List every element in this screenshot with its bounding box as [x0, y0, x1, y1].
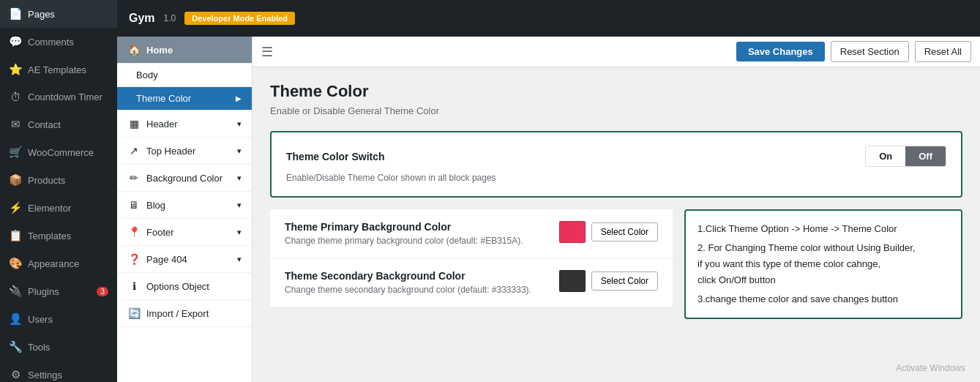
sidebar-item-label: Templates: [28, 231, 71, 241]
panel-title: Theme Color: [270, 82, 962, 101]
sec-item-blog-label: Blog: [146, 200, 231, 211]
import-export-icon: 🔄: [127, 307, 141, 319]
sub-item-body-label: Body: [136, 70, 158, 80]
plugins-badge: 3: [97, 287, 108, 296]
bg-color-chevron-icon: ▾: [237, 173, 242, 183]
secondary-select-color-button[interactable]: Select Color: [591, 271, 658, 291]
sec-item-top-header[interactable]: ↗ Top Header ▾: [117, 138, 252, 165]
sidebar-item-label: AE Templates: [28, 64, 86, 75]
menu-icon[interactable]: ☰: [261, 44, 273, 60]
blog-icon: 🖥: [127, 199, 141, 211]
panel-toolbar: ☰ Save Changes Reset Section Reset All: [253, 37, 980, 67]
plugins-icon: 🔌: [9, 285, 22, 298]
sec-item-blog[interactable]: 🖥 Blog ▾: [117, 192, 252, 219]
sidebar-item-appearance[interactable]: 🎨 Appearance: [0, 250, 117, 277]
sidebar-item-settings[interactable]: ⚙ Settings: [0, 361, 117, 382]
sidebar-item-tools[interactable]: 🔧 Tools: [0, 333, 117, 361]
dev-mode-badge: Developer Mode Enabled: [184, 12, 295, 25]
sec-item-import-export[interactable]: 🔄 Import / Export: [117, 300, 252, 327]
panel-subtitle: Enable or Disable General Theme Color: [270, 105, 962, 116]
sidebar-item-countdown-timer[interactable]: ⏱ Countdown Timer: [0, 83, 117, 111]
secondary-color-info: Theme Secondary Background Color Change …: [285, 270, 547, 295]
primary-color-desc: Change theme primary background color (d…: [285, 236, 547, 246]
sec-item-header[interactable]: ▦ Header ▾: [117, 111, 252, 138]
app-name: Gym: [129, 12, 155, 25]
pages-icon: 📄: [9, 7, 22, 20]
sec-item-options-label: Options Object: [146, 281, 242, 292]
topbar: Gym 1.0 Developer Mode Enabled: [117, 0, 980, 37]
options-object-icon: ℹ: [127, 280, 141, 292]
activate-windows-watermark: Activate Windows: [896, 363, 965, 373]
theme-color-switch-card: Theme Color Switch On Off Enable/Disable…: [270, 131, 962, 198]
sidebar-item-ae-templates[interactable]: ⭐ AE Templates: [0, 56, 117, 83]
sub-item-theme-color[interactable]: Theme Color ▶: [117, 87, 252, 111]
primary-color-row: Theme Primary Background Color Change th…: [285, 221, 658, 246]
sec-item-background-color[interactable]: ✏ Background Color ▾: [117, 165, 252, 192]
save-changes-button[interactable]: Save Changes: [736, 42, 825, 61]
sec-item-page404-label: Page 404: [146, 254, 231, 265]
primary-color-controls: Select Color: [559, 221, 658, 243]
sub-item-theme-color-label: Theme Color: [136, 93, 191, 104]
content-wrapper: 🏠 Home Body Theme Color ▶ ▦ Header ▾ ↗ T…: [117, 37, 980, 382]
sidebar-item-label: Products: [28, 175, 65, 186]
sidebar-item-plugins[interactable]: 🔌 Plugins 3: [0, 277, 117, 305]
page404-chevron-icon: ▾: [237, 255, 242, 264]
page404-icon: ❓: [127, 253, 141, 265]
sec-item-bg-color-label: Background Color: [146, 173, 231, 184]
instruction-line-5: 3.change theme color and save changes bu…: [697, 291, 949, 307]
sidebar-item-label: Elementor: [28, 203, 71, 214]
secondary-color-swatch: [559, 270, 586, 292]
sidebar-item-comments[interactable]: 💬 Comments: [0, 28, 117, 56]
templates-icon: 📋: [9, 229, 22, 242]
toggle-off-button[interactable]: Off: [905, 146, 946, 166]
secondary-color-desc: Change theme secondary background color …: [285, 285, 547, 295]
sub-item-body[interactable]: Body: [117, 64, 252, 87]
toggle-on-button[interactable]: On: [866, 146, 905, 166]
ae-templates-icon: ⭐: [9, 63, 22, 76]
main-area: Gym 1.0 Developer Mode Enabled 🏠 Home Bo…: [117, 0, 980, 382]
secondary-color-row: Theme Secondary Background Color Change …: [285, 270, 658, 295]
instruction-line-1: 1.Click Theme Option -> Home -> Theme Co…: [697, 221, 949, 237]
sidebar-item-label: Comments: [28, 37, 74, 48]
top-header-chevron-icon: ▾: [237, 146, 242, 156]
footer-chevron-icon: ▾: [237, 228, 242, 237]
color-section-left: Theme Primary Background Color Change th…: [270, 209, 673, 307]
theme-color-switch-label: Theme Color Switch: [286, 151, 853, 162]
top-header-icon: ↗: [127, 145, 141, 157]
sidebar-item-label: Contact: [28, 119, 61, 130]
secondary-color-controls: Select Color: [559, 270, 658, 292]
app-version: 1.0: [164, 13, 176, 23]
primary-color-title: Theme Primary Background Color: [285, 221, 547, 233]
users-icon: 👤: [9, 312, 22, 326]
reset-section-button[interactable]: Reset Section: [831, 41, 909, 62]
elementor-icon: ⚡: [9, 201, 22, 214]
reset-all-button[interactable]: Reset All: [915, 41, 971, 62]
sidebar-item-users[interactable]: 👤 Users: [0, 305, 117, 333]
woocommerce-icon: 🛒: [9, 146, 22, 159]
sidebar-item-contact[interactable]: ✉ Contact: [0, 111, 117, 138]
sec-item-options-object[interactable]: ℹ Options Object: [117, 273, 252, 300]
sec-item-top-header-label: Top Header: [146, 146, 231, 157]
sidebar-item-woocommerce[interactable]: 🛒 WooCommerce: [0, 138, 117, 166]
sec-item-page-404[interactable]: ❓ Page 404 ▾: [117, 246, 252, 273]
footer-icon: 📍: [127, 226, 141, 238]
sec-item-footer[interactable]: 📍 Footer ▾: [117, 219, 252, 246]
main-panel: ☰ Save Changes Reset Section Reset All T…: [253, 37, 980, 382]
sec-item-home[interactable]: 🏠 Home: [117, 37, 252, 64]
primary-select-color-button[interactable]: Select Color: [591, 222, 658, 241]
sidebar-item-label: Countdown Timer: [28, 91, 102, 102]
contact-icon: ✉: [9, 118, 22, 131]
background-color-icon: ✏: [127, 172, 141, 184]
sidebar-item-pages[interactable]: 📄 Pages: [0, 0, 117, 28]
appearance-icon: 🎨: [9, 257, 22, 270]
theme-color-arrow-icon: ▶: [236, 94, 242, 102]
theme-color-toggle[interactable]: On Off: [865, 146, 946, 167]
secondary-color-card: Theme Secondary Background Color Change …: [270, 258, 673, 307]
primary-color-swatch: [559, 221, 586, 243]
sidebar-item-templates[interactable]: 📋 Templates: [0, 222, 117, 250]
sidebar-item-label: Users: [28, 314, 53, 325]
sidebar-item-elementor[interactable]: ⚡ Elementor: [0, 194, 117, 222]
header-chevron-icon: ▾: [237, 119, 242, 129]
sidebar-item-products[interactable]: 📦 Products: [0, 166, 117, 194]
sidebar-item-label: Appearance: [28, 258, 79, 269]
